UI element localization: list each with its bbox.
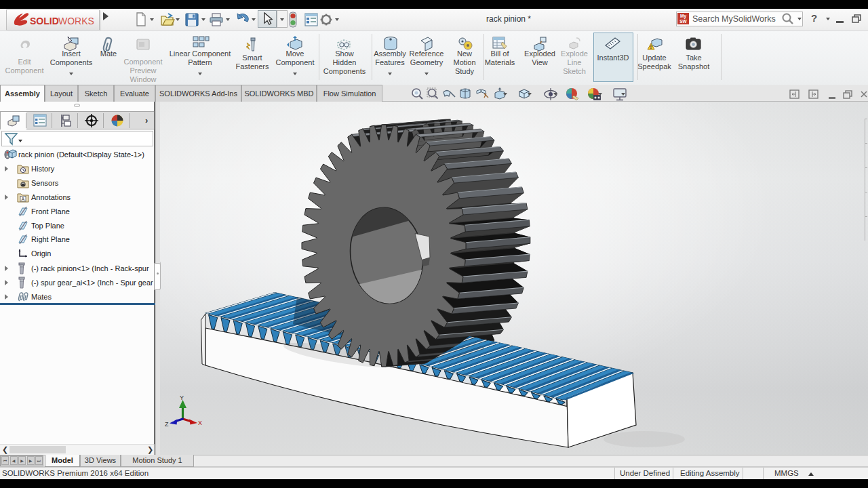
svg-text:A: A bbox=[22, 197, 25, 201]
svg-text:SOLID: SOLID bbox=[30, 16, 59, 26]
svg-text:!: ! bbox=[650, 44, 652, 50]
svg-text:WORKS: WORKS bbox=[58, 16, 94, 26]
svg-text:Y: Y bbox=[180, 394, 184, 401]
svg-text:X: X bbox=[198, 420, 202, 426]
svg-text:Z: Z bbox=[165, 421, 169, 428]
